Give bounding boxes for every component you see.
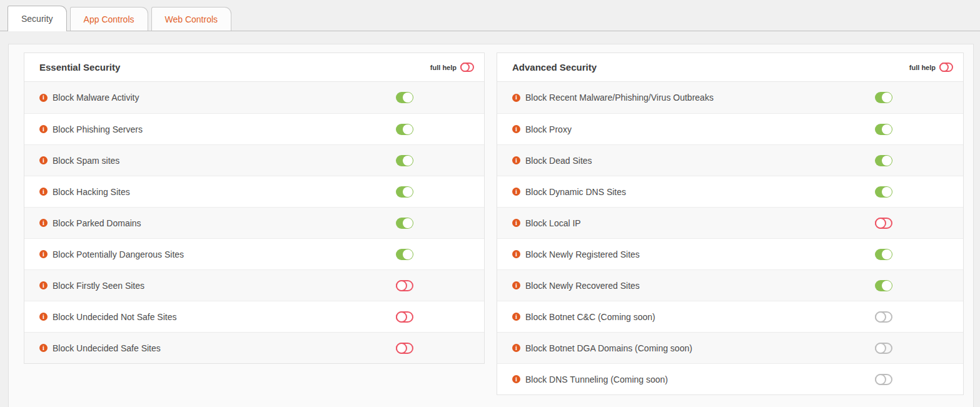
panel-header: Advanced Security full help bbox=[497, 53, 963, 82]
setting-row: i Block Dead Sites bbox=[497, 144, 963, 176]
toggle-knob bbox=[875, 343, 886, 354]
setting-label: Block Newly Registered Sites bbox=[525, 249, 875, 259]
setting-toggle[interactable] bbox=[396, 311, 413, 323]
info-icon[interactable]: i bbox=[39, 344, 48, 352]
panel-header: Essential Security full help bbox=[24, 53, 484, 82]
toggle-knob bbox=[882, 281, 892, 291]
setting-row: i Block Newly Recovered Sites bbox=[497, 269, 963, 301]
setting-toggle bbox=[875, 311, 892, 323]
setting-toggle[interactable] bbox=[875, 280, 892, 291]
info-icon[interactable]: i bbox=[512, 313, 520, 321]
info-icon[interactable]: i bbox=[512, 344, 520, 352]
setting-row: i Block Firstly Seen Sites bbox=[24, 269, 484, 301]
toggle-knob bbox=[396, 311, 407, 323]
info-icon[interactable]: i bbox=[39, 219, 48, 227]
setting-row: i Block Phishing Servers bbox=[24, 113, 484, 144]
setting-row: i Block Undecided Not Safe Sites bbox=[24, 301, 484, 332]
setting-label: Block Proxy bbox=[525, 124, 875, 134]
setting-row: i Block Newly Registered Sites bbox=[497, 238, 963, 269]
setting-row: i Block Botnet C&C (Coming soon) bbox=[497, 301, 963, 332]
toggle-knob bbox=[882, 156, 892, 166]
setting-label: Block Botnet DGA Domains (Coming soon) bbox=[525, 343, 875, 353]
setting-row: i Block Malware Activity bbox=[24, 82, 484, 113]
setting-label: Block Local IP bbox=[525, 218, 875, 228]
setting-row: i Block Proxy bbox=[497, 113, 963, 144]
toggle-knob bbox=[460, 63, 470, 72]
info-icon[interactable]: i bbox=[512, 219, 520, 227]
toggle-knob bbox=[882, 187, 892, 197]
setting-toggle[interactable] bbox=[396, 124, 413, 135]
toggle-knob bbox=[403, 218, 413, 228]
setting-label: Block DNS Tunneling (Coming soon) bbox=[525, 374, 875, 384]
panel-title: Advanced Security bbox=[512, 62, 909, 73]
setting-toggle[interactable] bbox=[875, 92, 892, 103]
toggle-knob bbox=[396, 280, 407, 291]
setting-label: Block Botnet C&C (Coming soon) bbox=[525, 312, 875, 322]
setting-label: Block Firstly Seen Sites bbox=[53, 281, 396, 291]
info-icon[interactable]: i bbox=[512, 375, 520, 383]
advanced-security-panel: Advanced Security full help i Block Rece… bbox=[497, 53, 964, 395]
setting-label: Block Spam sites bbox=[53, 156, 396, 166]
toggle-knob bbox=[939, 63, 949, 72]
tab-app-controls[interactable]: App Controls bbox=[70, 7, 148, 31]
setting-label: Block Potentially Dangerous Sites bbox=[53, 249, 396, 259]
setting-row: i Block Dynamic DNS Sites bbox=[497, 176, 963, 207]
info-icon[interactable]: i bbox=[39, 281, 48, 289]
setting-row: i Block Hacking Sites bbox=[24, 176, 484, 207]
setting-toggle[interactable] bbox=[396, 92, 413, 103]
setting-label: Block Hacking Sites bbox=[53, 187, 396, 197]
info-icon[interactable]: i bbox=[39, 188, 48, 196]
full-help-toggle[interactable] bbox=[460, 63, 474, 72]
settings-list: i Block Recent Malware/Phishing/Virus Ou… bbox=[497, 82, 963, 394]
setting-toggle[interactable] bbox=[875, 155, 892, 166]
info-icon[interactable]: i bbox=[512, 156, 520, 164]
setting-toggle[interactable] bbox=[396, 186, 413, 198]
settings-list: i Block Malware Activity i Block Phishin… bbox=[24, 82, 484, 363]
setting-label: Block Dynamic DNS Sites bbox=[525, 187, 875, 197]
toggle-knob bbox=[403, 124, 413, 134]
setting-label: Block Undecided Not Safe Sites bbox=[53, 312, 396, 322]
full-help-toggle[interactable] bbox=[939, 63, 953, 72]
panel-title: Essential Security bbox=[39, 62, 430, 73]
info-icon[interactable]: i bbox=[39, 250, 48, 258]
setting-toggle[interactable] bbox=[875, 124, 892, 135]
toggle-knob bbox=[882, 249, 892, 259]
tab-bar: Security App Controls Web Controls bbox=[0, 0, 980, 31]
setting-row: i Block Undecided Safe Sites bbox=[24, 332, 484, 363]
full-help-label: full help bbox=[430, 64, 457, 71]
setting-toggle[interactable] bbox=[396, 343, 413, 354]
content-container: Essential Security full help i Block Mal… bbox=[8, 44, 974, 407]
toggle-knob bbox=[882, 124, 892, 134]
setting-toggle[interactable] bbox=[875, 249, 892, 260]
info-icon[interactable]: i bbox=[512, 281, 520, 289]
info-icon[interactable]: i bbox=[512, 94, 520, 102]
toggle-knob bbox=[396, 343, 407, 354]
info-icon[interactable]: i bbox=[39, 156, 48, 164]
setting-label: Block Dead Sites bbox=[525, 156, 875, 166]
toggle-knob bbox=[403, 156, 413, 166]
info-icon[interactable]: i bbox=[512, 250, 520, 258]
setting-toggle[interactable] bbox=[875, 186, 892, 198]
info-icon[interactable]: i bbox=[39, 94, 48, 102]
setting-label: Block Malware Activity bbox=[53, 93, 396, 103]
setting-row: i Block DNS Tunneling (Coming soon) bbox=[497, 363, 963, 394]
setting-row: i Block Parked Domains bbox=[24, 207, 484, 238]
tab-web-controls[interactable]: Web Controls bbox=[151, 7, 232, 31]
setting-toggle[interactable] bbox=[396, 280, 413, 291]
info-icon[interactable]: i bbox=[39, 313, 48, 321]
setting-toggle[interactable] bbox=[396, 155, 413, 166]
info-icon[interactable]: i bbox=[512, 125, 520, 133]
essential-security-panel: Essential Security full help i Block Mal… bbox=[24, 53, 485, 364]
full-help-label: full help bbox=[909, 64, 936, 71]
toggle-knob bbox=[403, 187, 413, 197]
info-icon[interactable]: i bbox=[512, 188, 520, 196]
setting-toggle[interactable] bbox=[875, 218, 892, 229]
tab-security[interactable]: Security bbox=[8, 6, 67, 31]
setting-row: i Block Spam sites bbox=[24, 144, 484, 176]
info-icon[interactable]: i bbox=[39, 125, 48, 133]
setting-toggle[interactable] bbox=[396, 249, 413, 260]
setting-toggle[interactable] bbox=[396, 218, 413, 229]
toggle-knob bbox=[875, 218, 886, 229]
toggle-knob bbox=[882, 93, 892, 103]
setting-label: Block Recent Malware/Phishing/Virus Outb… bbox=[525, 93, 875, 103]
